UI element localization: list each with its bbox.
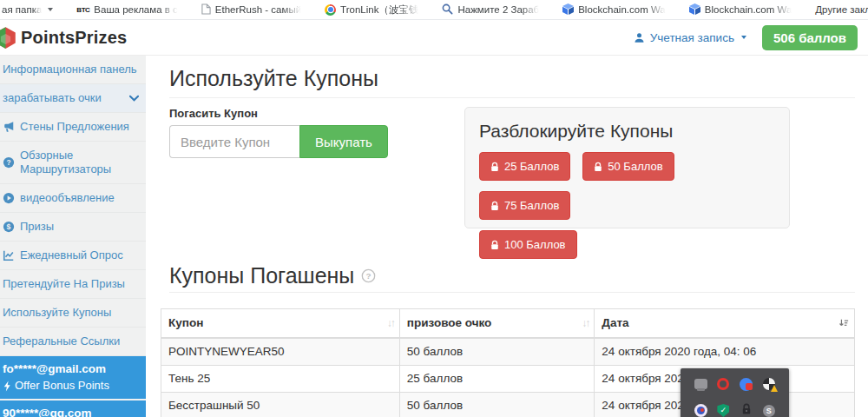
bookmark-label: TronLink（波宝钱 [340,3,418,17]
tray-shield-check-icon[interactable]: ✓ [717,404,729,417]
column-header-points[interactable]: призовое очко ↓↑ [399,309,595,339]
chart-line-icon [3,249,15,261]
question-circle-icon: ? [3,156,15,169]
page: ая папка BTC Ваша реклама в с EtherRush … [0,0,868,417]
column-header-date[interactable]: Дата [595,309,855,339]
page-title: Используйте Купоны [169,66,855,98]
sidebar-item-label: Претендуйте На Призы [3,277,125,291]
pointsprizes-hexagon-icon [0,26,17,50]
main-content: Используйте Купоны Погасить Купон Выкупа… [146,56,868,417]
brand-name: PointsPrizes [21,28,127,48]
site-header: PointsPrizes Учетная запись 506 баллов [0,20,868,56]
column-header-coupon[interactable]: Купон ↓↑ [161,309,400,339]
sort-icon: ↓↑ [582,316,589,330]
tray-media-player-icon[interactable] [694,404,707,417]
unlock-buttons: 25 Баллов 50 Баллов 75 Баллов 100 Баллов [479,152,775,269]
cell-coupon: Бесстрашный 50 [161,393,400,417]
lock-icon [490,201,499,211]
sidebar-item-video-ads[interactable]: видеообъявление [0,184,146,213]
brand-logo[interactable]: PointsPrizes [0,26,127,50]
bookmark-label: Blockchain.com Wa [705,4,792,15]
coupon-input[interactable] [169,125,299,158]
notification-bonus-2[interactable]: 90*****@qq.com Offer Bonus Points [0,400,146,417]
svg-text:?: ? [366,271,372,281]
sidebar-item-survey-routers[interactable]: ? Обзорные Маршрутизаторы [0,142,146,184]
bookmark-label: Ваша реклама в с [94,4,178,15]
cell-coupon: Тень 25 [161,366,400,393]
bookmark-label: ая папка [2,4,42,15]
caret-down-icon [741,36,746,39]
chevron-down-icon [129,91,139,105]
table-row: POINTYNEWYEAR50 50 баллов 24 октября 202… [161,338,855,366]
tronlink-favicon-icon [325,4,336,16]
sidebar-item-daily-poll[interactable]: Ежедневный Опрос [0,242,146,270]
help-icon[interactable]: ? [361,268,376,283]
lightning-icon [3,381,11,392]
points-badge[interactable]: 506 баллов [762,25,858,50]
sidebar: Информационная панель зарабатывать очки … [0,56,146,417]
sidebar-item-referral-links[interactable]: Реферальные Ссылки [0,328,146,356]
notification-email: fo*****@gmail.com [3,362,139,376]
lock-icon [490,162,499,172]
redeem-button[interactable]: Выкупать [299,125,388,158]
bookmark-folder[interactable]: ая папка [2,4,53,15]
redeem-form: Погасить Купон Выкупать [161,107,464,158]
tray-app-icon[interactable] [740,378,753,391]
cell-points: 50 баллов [399,393,595,417]
unlock-25-button[interactable]: 25 Баллов [479,152,570,181]
blockchain-cube-icon [689,3,700,17]
tray-opera-icon[interactable] [717,378,729,390]
bookmark-item[interactable]: EtherRush - самый [201,3,301,17]
bookmark-label: Blockchain.com Wa [578,4,666,15]
sidebar-item-dashboard[interactable]: Информационная панель [0,56,146,84]
cell-points: 25 баллов [399,366,595,393]
unlock-coupons-panel: Разблокируйте Купоны 25 Баллов 50 Баллов… [464,107,790,228]
header-right: Учетная запись 506 баллов [634,25,858,50]
sidebar-item-label: видеообъявление [20,191,115,205]
sidebar-item-label: Информационная панель [3,63,137,76]
sidebar-item-claim-prizes[interactable]: Претендуйте На Призы [0,270,146,299]
bookmark-item[interactable]: TronLink（波宝钱 [325,3,418,17]
cell-points: 50 баллов [399,338,595,366]
tray-shield-warning-icon[interactable] [763,378,775,390]
bookmark-item[interactable]: Blockchain.com Wa [689,3,792,17]
bookmark-item[interactable]: Blockchain.com Wa [562,3,666,17]
unlock-100-button[interactable]: 100 Баллов [479,230,577,259]
cell-coupon: POINTYNEWYEAR50 [161,338,400,366]
sidebar-item-label: Реферальные Ссылки [3,334,120,348]
page-icon [201,3,211,17]
lock-icon [490,240,499,250]
magnifier-icon [442,3,453,17]
dollar-coin-icon: $ [3,221,15,233]
redeem-label: Погасить Купон [169,107,464,120]
sidebar-item-earn-points[interactable]: зарабатывать очки [0,84,146,113]
account-menu[interactable]: Учетная запись [634,31,746,44]
sidebar-item-use-coupons[interactable]: Используйте Купоны [0,299,146,328]
tray-lock-icon[interactable] [741,403,752,417]
svg-text:$: $ [7,222,11,231]
svg-text:?: ? [6,158,10,167]
bookmark-item[interactable]: Нажмите 2 Зараб [442,3,539,17]
tray-s-app-icon[interactable]: S [763,405,775,417]
unlock-50-button[interactable]: 50 Баллов [582,152,674,181]
caret-down-icon [48,8,53,11]
sidebar-item-label: Призы [20,220,54,234]
redeemed-title: Купоны Погашены [169,263,354,288]
redeem-section: Погасить Купон Выкупать Разблокируйте Ку… [161,107,855,228]
notification-bonus-1[interactable]: fo*****@gmail.com Offer Bonus Points [0,356,146,399]
bookmark-item[interactable]: BTC Ваша реклама в с [76,4,177,15]
sidebar-item-label: Стены Предложения [20,120,129,134]
sidebar-item-label: зарабатывать очки [3,91,102,105]
unlock-title: Разблокируйте Купоны [479,121,775,142]
unlock-75-button[interactable]: 75 Баллов [479,191,570,220]
sidebar-item-offer-walls[interactable]: Стены Предложения [0,113,146,142]
other-bookmarks-button[interactable]: Другие закладки [815,4,868,15]
lock-icon [594,162,602,172]
bookmark-label: EtherRush - самый [215,4,301,15]
cell-date: 24 октября 2020 года, 04: 06 [595,338,855,366]
sidebar-item-prizes[interactable]: $ Призы [0,213,146,242]
sort-desc-icon [838,318,849,328]
megaphone-icon [3,121,15,133]
bookmarks-bar: ая папка BTC Ваша реклама в с EtherRush … [0,0,868,20]
tray-display-icon[interactable] [694,379,707,389]
